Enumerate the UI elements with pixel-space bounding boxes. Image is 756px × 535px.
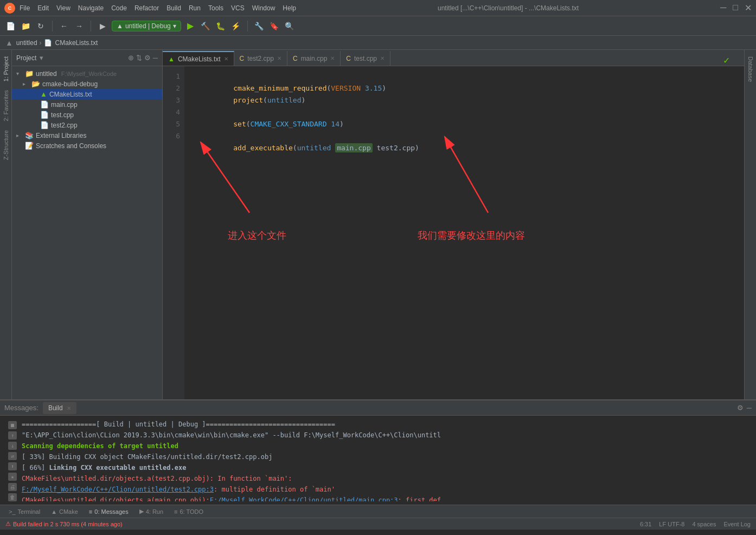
back-button[interactable]: ← <box>58 20 70 32</box>
maximize-button[interactable]: □ <box>733 3 738 13</box>
tree-item-scratches[interactable]: 📝 Scratches and Consoles <box>12 141 162 151</box>
build-link-test2[interactable]: F:/Myself_WorkCode/C++/Clion/untitled/te… <box>22 486 214 493</box>
tree-label-test2-cpp: test2.cpp <box>51 122 78 129</box>
tab-maincpp[interactable]: C main.cpp ✕ <box>287 51 341 66</box>
trash-button[interactable]: 🗑 <box>8 493 17 501</box>
menu-run[interactable]: Run <box>189 4 201 12</box>
build-line-3: Scanning dependencies of target untitled <box>22 441 749 451</box>
terminal-tab[interactable]: >_ Terminal <box>4 507 44 516</box>
messages-tab-label: 0: Messages <box>94 508 128 515</box>
project-panel-tab[interactable]: 1: Project <box>1 52 11 86</box>
open-button[interactable]: 📁 <box>20 20 31 32</box>
tab-testcpp-icon: C <box>346 55 351 62</box>
build-link-main[interactable]: F:/Myself_WorkCode/C++/Clion/untitled/ma… <box>210 496 398 501</box>
menu-vcs[interactable]: VCS <box>231 4 245 12</box>
profile-button[interactable]: ⚡ <box>230 20 242 32</box>
breadcrumb-file[interactable]: CMakeLists.txt <box>55 39 98 47</box>
build-button[interactable]: 🔨 <box>200 20 212 32</box>
pin-button[interactable]: ★ <box>8 473 17 481</box>
tree-item-cmakelists[interactable]: ▲ CMakeLists.txt <box>12 89 162 99</box>
search-everywhere-button[interactable]: 🔍 <box>284 20 296 32</box>
code-editor[interactable]: cmake_minimum_required(VERSION 3.15) pro… <box>184 66 744 399</box>
window-title: untitled [...\C++\Clion\untitled] - ...\… <box>296 4 720 12</box>
menu-build[interactable]: Build <box>166 4 181 12</box>
run-config-button[interactable]: ▶ <box>97 20 108 32</box>
tree-arrow-ext-libs: ▸ <box>16 132 23 138</box>
scroll-down-button[interactable]: ↓ <box>8 442 17 450</box>
menu-window[interactable]: Window <box>252 4 276 12</box>
minimize-panel-icon[interactable]: ─ <box>747 404 752 412</box>
window-controls[interactable]: ─ □ ✕ <box>720 3 752 13</box>
tab-maincpp-close[interactable]: ✕ <box>330 55 335 61</box>
locate-file-button[interactable]: ⊕ <box>128 54 134 62</box>
menu-tools[interactable]: Tools <box>208 4 223 12</box>
forward-button[interactable]: → <box>73 20 85 32</box>
app-logo: C <box>4 3 15 14</box>
editor-tab-bar: ▲ CMakeLists.txt ✕ C test2.cpp ✕ C main.… <box>163 50 744 66</box>
menu-refactor[interactable]: Refactor <box>134 4 159 12</box>
tab-testcpp-label: test.cpp <box>354 55 377 62</box>
code-line-4: set(CMAKE_CXX_STANDARD 14) <box>191 106 738 118</box>
tree-item-main-cpp[interactable]: 📄 main.cpp <box>12 99 162 110</box>
bottom-panel: Messages: Build ✕ ⚙ ─ ■ ↑ ↓ ⇌ ⬆ ★ 🖨 🗑 ==… <box>0 399 756 518</box>
favorites-panel-tab[interactable]: 2: Favorites <box>1 86 11 125</box>
cmake-settings-button[interactable]: 🔧 <box>253 20 265 32</box>
run-button[interactable]: ▶ <box>184 20 196 32</box>
settings-button[interactable]: ⚙ <box>144 54 151 62</box>
toolbar-separator-1 <box>52 21 53 31</box>
settings-gear-icon[interactable]: ⚙ <box>737 404 744 412</box>
tab-maincpp-label: main.cpp <box>301 55 328 62</box>
menu-navigate[interactable]: Navigate <box>78 4 104 12</box>
close-button[interactable]: ✕ <box>745 3 752 13</box>
menu-edit[interactable]: Edit <box>37 4 49 12</box>
print-button[interactable]: 🖨 <box>8 483 17 491</box>
todo-tab[interactable]: ≡ 6: TODO <box>170 507 208 516</box>
build-tab[interactable]: Build ✕ <box>43 402 76 414</box>
messages-label: Messages: <box>4 404 39 412</box>
filter-button[interactable]: ⬆ <box>8 462 17 470</box>
tab-cmakelists[interactable]: ▲ CMakeLists.txt ✕ <box>163 51 234 66</box>
debug-button[interactable]: 🐛 <box>215 20 227 32</box>
tree-item-test-cpp[interactable]: 📄 test.cpp <box>12 110 162 120</box>
soft-wrap-button[interactable]: ⇌ <box>8 452 17 460</box>
sync-button[interactable]: ↻ <box>35 20 47 32</box>
menu-file[interactable]: File <box>20 4 30 12</box>
tab-test2cpp[interactable]: C test2.cpp ✕ <box>234 51 287 66</box>
tree-item-root[interactable]: ▾ 📁 untitled F:\Myself_WorkCode <box>12 68 162 79</box>
run-tab[interactable]: ▶ 4: Run <box>135 507 168 516</box>
tab-testcpp-close[interactable]: ✕ <box>380 55 385 61</box>
tree-label-main-cpp: main.cpp <box>51 101 78 109</box>
collapse-all-button[interactable]: ⇅ <box>136 54 142 62</box>
breadcrumb: ▲ untitled › 📄 CMakeLists.txt <box>0 36 756 50</box>
build-tab-close[interactable]: ✕ <box>67 405 71 411</box>
build-line-6: CMakeFiles\untitled.dir/objects.a(test2.… <box>22 473 749 484</box>
tree-item-cmake-build[interactable]: ▸ 📂 cmake-build-debug <box>12 79 162 89</box>
structure-panel-tab[interactable]: Z-Structure <box>1 126 11 164</box>
stop-build-button[interactable]: ■ <box>8 421 17 429</box>
event-log-button[interactable]: Event Log <box>723 521 751 527</box>
bookmark-button[interactable]: 🔖 <box>268 20 280 32</box>
messages-tab[interactable]: ≡ 0: Messages <box>85 507 133 516</box>
tree-item-test2-cpp[interactable]: 📄 test2.cpp <box>12 120 162 130</box>
menu-help[interactable]: Help <box>283 4 296 12</box>
scroll-up-button[interactable]: ↑ <box>8 431 17 440</box>
minimize-button[interactable]: ─ <box>720 3 726 13</box>
tab-test2cpp-close[interactable]: ✕ <box>277 55 281 61</box>
hide-panel-button[interactable]: ─ <box>153 54 158 62</box>
database-panel-tab[interactable]: Database <box>745 52 756 86</box>
project-icon: 📁 <box>25 69 34 78</box>
tree-arrow-root: ▾ <box>16 71 23 77</box>
tab-cmakelists-close[interactable]: ✕ <box>224 56 228 62</box>
breadcrumb-project[interactable]: untitled <box>16 39 37 47</box>
run-dropdown[interactable]: ▲ untitled | Debug ▾ <box>112 21 181 31</box>
build-line-7: F:/Myself_WorkCode/C++/Clion/untitled/te… <box>22 484 749 495</box>
tab-testcpp[interactable]: C test.cpp ✕ <box>341 51 390 66</box>
menu-code[interactable]: Code <box>111 4 127 12</box>
build-tab-label: Build <box>48 404 63 412</box>
right-panel-tabs: Database <box>744 50 756 399</box>
menu-view[interactable]: View <box>56 4 71 12</box>
cmake-tab[interactable]: ▲ CMake <box>47 507 82 516</box>
tree-item-external-libs[interactable]: ▸ 📚 External Libraries <box>12 130 162 141</box>
menu-bar[interactable]: File Edit View Navigate Code Refactor Bu… <box>20 4 296 12</box>
new-file-button[interactable]: 📄 <box>4 20 16 32</box>
